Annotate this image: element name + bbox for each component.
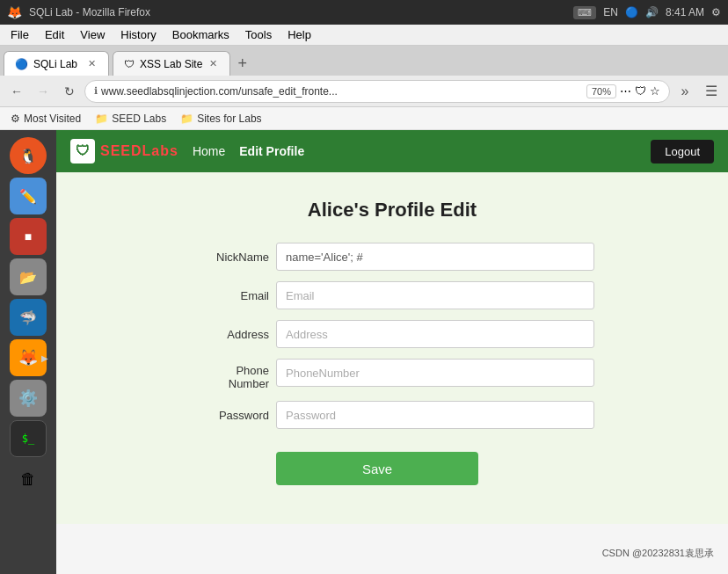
folder-bookmark-icon-2: 📁 [180, 113, 193, 125]
settings-icon: ⚙️ [18, 389, 38, 408]
titlebar-icon: 🦊 [7, 5, 22, 19]
titlebar-title: SQLi Lab - Mozilla Firefox [29, 6, 150, 18]
address-row: Address [190, 320, 594, 348]
sidebar-edit[interactable]: ✏️ [10, 178, 47, 214]
nav-home[interactable]: Home [193, 144, 225, 158]
forward-button[interactable]: → [32, 80, 55, 103]
email-input[interactable] [276, 281, 594, 309]
password-input[interactable] [276, 401, 594, 429]
menu-history[interactable]: History [113, 26, 163, 43]
folder-icon: 📂 [19, 269, 37, 286]
sidebar-folder[interactable]: 📂 [10, 258, 47, 295]
secure-icon: ℹ [94, 85, 98, 97]
save-button[interactable]: Save [276, 452, 478, 485]
trash-icon: 🗑 [20, 470, 36, 489]
menu-edit[interactable]: Edit [38, 26, 71, 43]
tab-sqli-lab[interactable]: 🔵 SQLi Lab ✕ [4, 51, 109, 76]
wireshark-icon: 🦈 [19, 309, 37, 326]
sidebar-terminal-red[interactable]: ■ [10, 218, 47, 255]
form-area: Alice's Profile Edit NickName Email Addr… [56, 172, 728, 524]
terminal-icon: $_ [22, 432, 34, 445]
terminal-red-icon: ■ [25, 229, 32, 243]
bookmark-seed-labs[interactable]: 📁 SEED Labs [90, 111, 171, 127]
firefox-icon: 🦊 [18, 348, 38, 367]
ubuntu-icon: 🐧 [19, 148, 37, 164]
logout-button[interactable]: Logout [651, 140, 714, 163]
sidebar-terminal[interactable]: $_ [10, 420, 47, 457]
logo-seed: SEED [100, 143, 142, 158]
gear-icon: ⚙ [11, 113, 20, 125]
menu-file[interactable]: File [4, 26, 36, 43]
tab-close-sqli[interactable]: ✕ [86, 58, 98, 69]
bookmark-most-visited[interactable]: ⚙ Most Visited [5, 111, 86, 127]
nickname-row: NickName [190, 243, 594, 271]
url-text: www.seedlabsqlinjection.com/unsafe_edit_… [101, 85, 583, 98]
bookmark-label-most-visited: Most Visited [24, 113, 81, 125]
volume-icon: 🔊 [645, 6, 659, 18]
bookmark-label-sites-for-labs: Sites for Labs [197, 113, 261, 125]
tab-label-xss: XSS Lab Site [140, 58, 202, 70]
sidebar-firefox[interactable]: 🦊 ▶ [10, 339, 47, 376]
new-tab-button[interactable]: + [230, 51, 254, 76]
menu-help[interactable]: Help [280, 26, 318, 43]
sidebar-trash[interactable]: 🗑 [10, 461, 47, 498]
system-icon: ⚙ [711, 6, 721, 18]
nickname-label: NickName [190, 251, 269, 264]
menu-bookmarks[interactable]: Bookmarks [165, 26, 237, 43]
seedlabs-logo: 🛡 SEEDLabs [70, 139, 178, 163]
edit-icon: ✏️ [19, 188, 37, 205]
lang-indicator: EN [603, 6, 618, 18]
tab-xss-lab[interactable]: 🛡 XSS Lab Site ✕ [113, 51, 230, 76]
hamburger-button[interactable]: ☰ [700, 80, 723, 103]
menubar: File Edit View History Bookmarks Tools H… [0, 25, 728, 46]
tab-favicon-xss: 🛡 [124, 58, 135, 70]
sidebar-arrow: ▶ [41, 353, 48, 363]
logo-shield: 🛡 [76, 143, 90, 159]
menu-view[interactable]: View [73, 26, 112, 43]
star-icon[interactable]: ☆ [650, 84, 660, 98]
browser-wrapper: 🐧 ✏️ ■ 📂 🦈 🦊 ▶ ⚙️ $_ 🗑 [0, 130, 728, 574]
bluetooth-icon: 🔵 [625, 6, 638, 18]
sidebar-ubuntu[interactable]: 🐧 [10, 137, 47, 174]
email-row: Email [190, 281, 594, 309]
sidebar: 🐧 ✏️ ■ 📂 🦈 🦊 ▶ ⚙️ $_ 🗑 [0, 130, 56, 574]
phone-row: PhoneNumber [190, 359, 594, 390]
seedlabs-navbar: 🛡 SEEDLabs Home Edit Profile Logout [56, 130, 728, 172]
logo-icon: 🛡 [70, 139, 95, 163]
address-input[interactable] [276, 320, 594, 348]
folder-bookmark-icon: 📁 [95, 113, 108, 125]
tabbar: 🔵 SQLi Lab ✕ 🛡 XSS Lab Site ✕ + [0, 46, 728, 76]
phone-input[interactable] [276, 359, 594, 387]
back-button[interactable]: ← [5, 80, 28, 103]
watermark: CSDN @20232831袁思承 [602, 547, 714, 560]
menu-tools[interactable]: Tools [238, 26, 279, 43]
sidebar-wireshark[interactable]: 🦈 [10, 299, 47, 336]
shield-icon: 🛡 [635, 84, 646, 98]
password-row: Password [190, 401, 594, 429]
addressbar: ← → ↻ ℹ www.seedlabsqlinjection.com/unsa… [0, 76, 728, 107]
overflow-button[interactable]: » [673, 80, 696, 103]
bookmarks-bar: ⚙ Most Visited 📁 SEED Labs 📁 Sites for L… [0, 107, 728, 130]
password-label: Password [190, 409, 269, 422]
profile-form: NickName Email Address PhoneNumber [190, 243, 594, 485]
logo-labs: Labs [142, 143, 178, 158]
tab-close-xss[interactable]: ✕ [207, 58, 219, 69]
titlebar-right: ⌨ EN 🔵 🔊 8:41 AM ⚙ [573, 6, 721, 19]
zoom-badge: 70% [586, 84, 616, 98]
email-label: Email [190, 289, 269, 302]
nav-edit-profile[interactable]: Edit Profile [239, 144, 304, 158]
logo-text: SEEDLabs [100, 143, 178, 159]
reload-button[interactable]: ↻ [58, 80, 81, 103]
clock: 8:41 AM [666, 6, 704, 18]
page-content: 🛡 SEEDLabs Home Edit Profile Logout Alic… [56, 130, 728, 574]
more-icon[interactable]: ⋯ [620, 84, 631, 98]
nickname-input[interactable] [276, 243, 594, 271]
keyboard-icon: ⌨ [573, 6, 596, 19]
bookmark-sites-for-labs[interactable]: 📁 Sites for Labs [175, 111, 266, 127]
sidebar-settings[interactable]: ⚙️ [10, 380, 47, 417]
url-bar[interactable]: ℹ www.seedlabsqlinjection.com/unsafe_edi… [84, 80, 670, 103]
phone-label: PhoneNumber [190, 359, 269, 390]
bookmark-label-seed-labs: SEED Labs [112, 113, 166, 125]
titlebar: 🦊 SQLi Lab - Mozilla Firefox ⌨ EN 🔵 🔊 8:… [0, 0, 728, 25]
tab-favicon-sqli: 🔵 [15, 58, 28, 70]
